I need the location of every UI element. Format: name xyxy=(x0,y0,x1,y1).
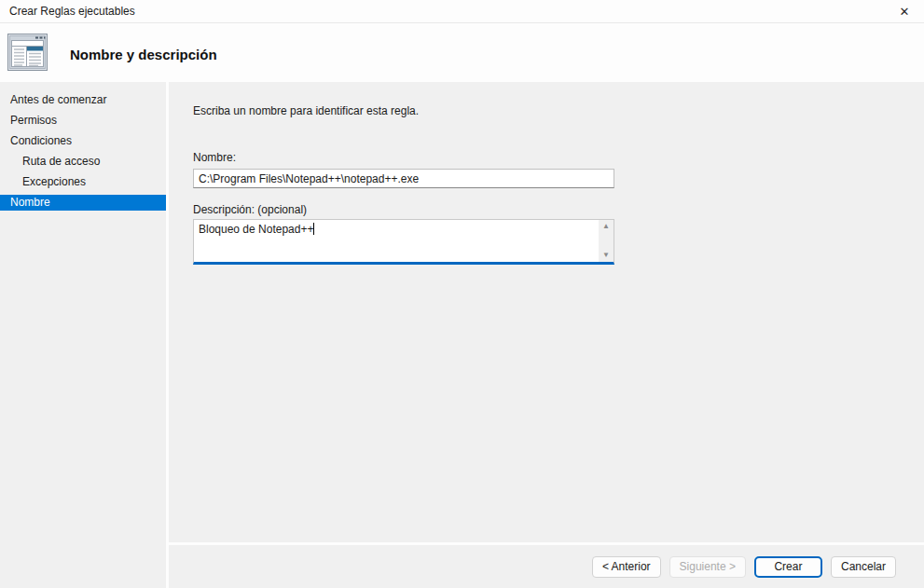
rule-description-textarea[interactable]: Bloqueo de Notepad++ ▲ ▼ xyxy=(193,219,614,265)
title-bar: Crear Reglas ejecutables ✕ xyxy=(0,0,924,23)
textarea-scrollbar[interactable]: ▲ ▼ xyxy=(599,220,614,262)
wizard-page-content: Escriba un nombre para identificar esta … xyxy=(169,82,924,542)
cancel-button[interactable]: Cancelar xyxy=(831,556,896,578)
wizard-window-icon xyxy=(7,34,48,72)
wizard-footer: < Anterior Siguiente > Crear Cancelar xyxy=(169,545,924,588)
close-icon[interactable]: ✕ xyxy=(890,0,918,22)
right-column: Escriba un nombre para identificar esta … xyxy=(169,82,924,588)
scroll-up-icon[interactable]: ▲ xyxy=(602,222,610,231)
sidebar-item-antes-de-comenzar[interactable]: Antes de comenzar xyxy=(0,92,166,108)
wizard-header: Nombre y descripción xyxy=(0,23,924,82)
page-title: Nombre y descripción xyxy=(70,47,217,62)
sidebar-item-excepciones[interactable]: Excepciones xyxy=(0,174,166,190)
name-field-label: Nombre: xyxy=(193,151,236,164)
sidebar-item-ruta-de-acceso[interactable]: Ruta de acceso xyxy=(0,154,166,170)
sidebar-item-permisos[interactable]: Permisos xyxy=(0,113,166,129)
sidebar-item-nombre[interactable]: Nombre xyxy=(0,195,166,211)
description-field-label: Descripción: (opcional) xyxy=(193,203,307,216)
wizard-steps-sidebar: Antes de comenzar Permisos Condiciones R… xyxy=(0,82,166,588)
window-title: Crear Reglas ejecutables xyxy=(0,5,135,18)
sidebar-item-condiciones[interactable]: Condiciones xyxy=(0,133,166,149)
text-caret xyxy=(313,223,314,235)
create-button[interactable]: Crear xyxy=(754,556,822,578)
previous-button[interactable]: < Anterior xyxy=(592,556,661,578)
wizard-dialog: Crear Reglas ejecutables ✕ xyxy=(0,0,924,588)
wizard-body: Antes de comenzar Permisos Condiciones R… xyxy=(0,82,924,588)
rule-name-input[interactable] xyxy=(193,169,614,188)
instruction-text: Escriba un nombre para identificar esta … xyxy=(193,104,419,117)
description-text: Bloqueo de Notepad++ xyxy=(199,223,314,236)
next-button[interactable]: Siguiente > xyxy=(669,556,746,578)
scroll-down-icon[interactable]: ▼ xyxy=(602,251,610,260)
